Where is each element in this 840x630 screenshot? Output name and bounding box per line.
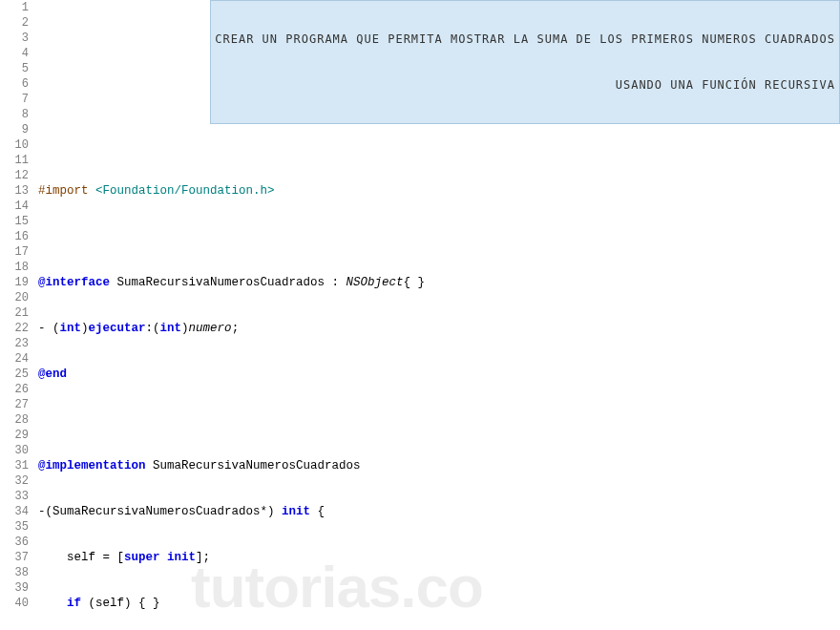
line-number: 17 (0, 244, 29, 260)
line-number-gutter: 1234567891011121314151617181920212223242… (0, 0, 38, 630)
line-number: 16 (0, 229, 29, 244)
banner-line-2: USANDO UNA FUNCIÓN RECURSIVA (215, 77, 835, 93)
code-line: @implementation SumaRecursivaNumerosCuad… (38, 458, 840, 473)
line-number: 38 (0, 565, 29, 580)
code-editor: 1234567891011121314151617181920212223242… (0, 0, 840, 630)
code-line: self = [super init]; (38, 550, 840, 565)
line-number: 40 (0, 596, 29, 611)
line-number: 19 (0, 275, 29, 290)
line-number: 14 (0, 199, 29, 214)
line-number: 33 (0, 489, 29, 504)
line-number: 20 (0, 290, 29, 305)
line-number: 13 (0, 183, 29, 199)
code-line: -(SumaRecursivaNumerosCuadrados*) init { (38, 504, 840, 519)
line-number: 21 (0, 305, 29, 321)
line-number: 29 (0, 428, 29, 443)
line-number: 31 (0, 458, 29, 473)
line-number: 27 (0, 397, 29, 412)
line-number: 5 (0, 61, 29, 76)
line-number: 32 (0, 473, 29, 489)
code-line: - (int)ejecutar:(int)numero; (38, 321, 840, 336)
line-number: 10 (0, 137, 29, 153)
line-number: 25 (0, 367, 29, 382)
line-number: 22 (0, 321, 29, 336)
line-number: 35 (0, 519, 29, 535)
line-number: 4 (0, 46, 29, 61)
code-line (38, 229, 840, 244)
line-number: 39 (0, 580, 29, 596)
line-number: 18 (0, 260, 29, 275)
code-line: @end (38, 367, 840, 382)
line-number: 1 (0, 0, 29, 15)
line-number: 24 (0, 351, 29, 367)
line-number: 30 (0, 443, 29, 458)
line-number: 28 (0, 412, 29, 428)
banner-line-1: CREAR UN PROGRAMA QUE PERMITA MOSTRAR LA… (215, 32, 835, 47)
comment-banner: CREAR UN PROGRAMA QUE PERMITA MOSTRAR LA… (210, 0, 840, 124)
line-number: 37 (0, 550, 29, 565)
line-number: 9 (0, 122, 29, 137)
line-number: 26 (0, 382, 29, 397)
code-line (38, 412, 840, 428)
code-line: @interface SumaRecursivaNumerosCuadrados… (38, 275, 840, 290)
line-number: 7 (0, 92, 29, 107)
line-number: 8 (0, 107, 29, 122)
code-line: #import <Foundation/Foundation.h> (38, 183, 840, 199)
line-number: 2 (0, 15, 29, 31)
line-number: 3 (0, 31, 29, 46)
line-number: 36 (0, 535, 29, 550)
line-number: 34 (0, 504, 29, 519)
code-area[interactable]: CREAR UN PROGRAMA QUE PERMITA MOSTRAR LA… (38, 0, 840, 630)
code-line: if (self) { } (38, 596, 840, 611)
line-number: 6 (0, 76, 29, 92)
line-number: 12 (0, 168, 29, 183)
line-number: 23 (0, 336, 29, 351)
line-number: 15 (0, 214, 29, 229)
line-number: 11 (0, 153, 29, 168)
code-line (38, 137, 840, 153)
